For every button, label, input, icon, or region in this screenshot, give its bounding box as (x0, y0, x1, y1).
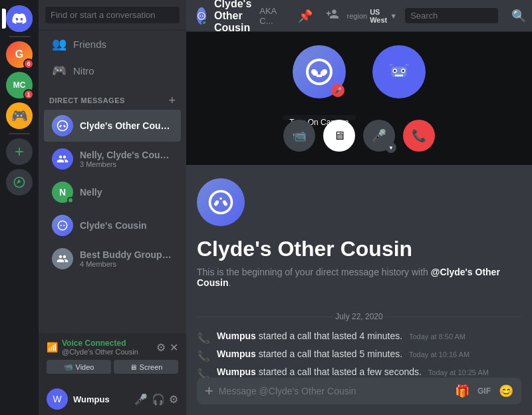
search-icon[interactable]: 🔍 (511, 9, 526, 23)
dm-info-clydes-cousin: Clyde's Cousin (80, 220, 173, 231)
message-input[interactable] (219, 378, 450, 404)
svg-point-13 (402, 70, 404, 72)
svg-rect-16 (405, 65, 408, 66)
dm-avatar-clydes-cousin (52, 215, 73, 236)
voice-settings-icon[interactable]: ⚙ (156, 341, 166, 354)
emoji-button[interactable]: 😊 (499, 384, 513, 398)
message-item-2: 📞 Wumpus started a call that lasted 5 mi… (197, 347, 521, 364)
mic-toggle[interactable]: 🎤 (134, 393, 148, 406)
explore-servers-button[interactable] (6, 169, 33, 196)
server-icon-2[interactable]: MC 1 (6, 72, 33, 98)
user-controls: 🎤 🎧 ⚙ (134, 393, 178, 406)
call-participants: 🎤 Turn On Camera (293, 45, 426, 98)
video-button[interactable]: 📹 📹 Video Video (47, 360, 111, 374)
server-icon-1[interactable]: G 6 (6, 41, 33, 68)
region-badge: region US West ▼ (347, 8, 398, 24)
friends-label: Friends (73, 39, 106, 50)
server-badge-1: 6 (23, 59, 34, 69)
message-item-3: 📞 Wumpus started a call that lasted a fe… (197, 365, 521, 378)
channel-sidebar: 👥 Friends 🎮 Nitro DIRECT MESSAGES + Clyd… (39, 0, 186, 415)
dm-name-nelly: Nelly (80, 187, 173, 198)
call-mic-btn-group: 🎤 ▼ (363, 120, 395, 152)
header-online-dot (201, 20, 207, 25)
call-icon-1: 📞 (197, 332, 210, 345)
call-screen-button[interactable]: 🖥 (323, 120, 355, 152)
call-avatar-2 (372, 45, 426, 98)
add-server-button[interactable]: + (6, 138, 33, 165)
message-item-1: 📞 Wumpus started a call that lasted 4 mi… (197, 329, 521, 346)
dm-item-clydes-cousin[interactable]: Clyde's Cousin (44, 209, 181, 241)
call-controls: 📹 🖥 🎤 ▼ 📞 (283, 120, 435, 152)
voice-right-controls: ⚙ ✕ (156, 341, 178, 354)
call-participant-2 (372, 45, 426, 98)
voice-disconnect-icon[interactable]: ✕ (170, 341, 178, 354)
svg-point-3 (63, 225, 65, 226)
call-video-button[interactable]: 📹 (283, 120, 315, 152)
screen-icon: 🖥 (130, 363, 137, 371)
voice-status-label: Voice Connected (62, 339, 138, 348)
header-search-input[interactable] (405, 8, 498, 23)
friends-icon: 👥 (52, 37, 66, 51)
message-text-3: Wumpus started a call that lasted a few … (217, 366, 521, 377)
welcome-avatar (197, 178, 245, 226)
svg-point-2 (61, 225, 62, 226)
dm-sub-best-buddy: 4 Members (80, 260, 173, 268)
dm-info-nelly-group: Nelly, Clyde's Cousin 3 Members (80, 150, 173, 168)
dm-sub-nelly-group: 3 Members (80, 160, 173, 168)
add-dm-button[interactable]: + (168, 94, 176, 106)
message-text-1: Wumpus started a call that lasted 4 minu… (217, 331, 521, 341)
nav-item-friends[interactable]: 👥 Friends (44, 31, 181, 57)
svg-rect-14 (395, 74, 403, 76)
server-badge-2: 1 (23, 89, 34, 100)
header-aka: AKA C... (259, 6, 276, 26)
sidebar-separator-2 (9, 133, 30, 134)
sidebar-spacer (39, 275, 186, 333)
server-icon-3[interactable]: 🎮 (6, 102, 33, 129)
mic-caret[interactable]: ▼ (386, 142, 396, 153)
welcome-desc: This is the beginning of your direct mes… (197, 267, 521, 288)
gift-icon[interactable]: 🎁 (455, 384, 469, 398)
main-header: Clyde's Other Cousin AKA C... 📌 region U… (186, 0, 532, 32)
dm-avatar-nelly: N (52, 182, 73, 203)
gif-button[interactable]: GIF (475, 385, 493, 397)
call-icon-3: 📞 (197, 368, 210, 378)
nelly-status-dot (67, 197, 74, 204)
region-chevron[interactable]: ▼ (390, 12, 397, 20)
voice-status: 📶 Voice Connected @Clyde's Other Cousin … (47, 339, 178, 356)
headset-toggle[interactable]: 🎧 (152, 393, 165, 406)
dm-info-nelly: Nelly (80, 187, 173, 198)
mic-muted-badge: 🎤 (331, 84, 344, 97)
dm-item-nelly-group[interactable]: Nelly, Clyde's Cousin 3 Members (44, 143, 181, 175)
pin-icon[interactable]: 📌 (298, 9, 313, 23)
user-avatar: W (47, 388, 68, 410)
call-area: 🎤 Turn On Camera (186, 32, 532, 165)
main-content: Clyde's Other Cousin AKA C... 📌 region U… (186, 0, 532, 415)
add-friend-icon[interactable] (326, 7, 339, 24)
search-bar-area (39, 0, 186, 31)
dm-avatar-nelly-group (52, 148, 73, 170)
call-icon-2: 📞 (197, 350, 210, 362)
sidebar-separator (9, 36, 30, 37)
nitro-icon: 🎮 (52, 63, 66, 78)
dm-info-clyde-other-cousin: Clyde's Other Cousin (80, 120, 173, 131)
voice-media-controls: 📹 📹 Video Video 🖥 Screen (47, 360, 178, 374)
dm-item-nelly[interactable]: N Nelly (44, 176, 181, 208)
server-sidebar: G 6 MC 1 🎮 + (0, 0, 39, 415)
message-actions: 🎁 GIF 😊 (455, 384, 513, 398)
dm-avatar-best-buddy (52, 248, 73, 269)
add-attachment-button[interactable]: + (205, 382, 213, 400)
search-input[interactable] (45, 7, 180, 23)
settings-button[interactable]: ⚙ (169, 393, 178, 406)
dm-name-clyde-other-cousin: Clyde's Other Cousin (80, 120, 173, 131)
dm-item-clyde-other-cousin[interactable]: Clyde's Other Cousin (44, 110, 181, 142)
dm-item-best-buddy[interactable]: Best Buddy Group Ever 4 Members (44, 243, 181, 275)
dm-section-label: DIRECT MESSAGES (49, 96, 125, 104)
user-area: W Wumpus 🎤 🎧 ⚙ (39, 383, 186, 415)
screen-button[interactable]: 🖥 Screen (114, 360, 178, 374)
call-end-button[interactable]: 📞 (403, 120, 435, 152)
nav-item-nitro[interactable]: 🎮 Nitro (44, 58, 181, 83)
home-button[interactable] (6, 5, 33, 32)
svg-point-5 (202, 15, 203, 17)
welcome-name: Clyde's Other Cousin (197, 237, 521, 261)
dm-name-nelly-group: Nelly, Clyde's Cousin (80, 150, 173, 160)
